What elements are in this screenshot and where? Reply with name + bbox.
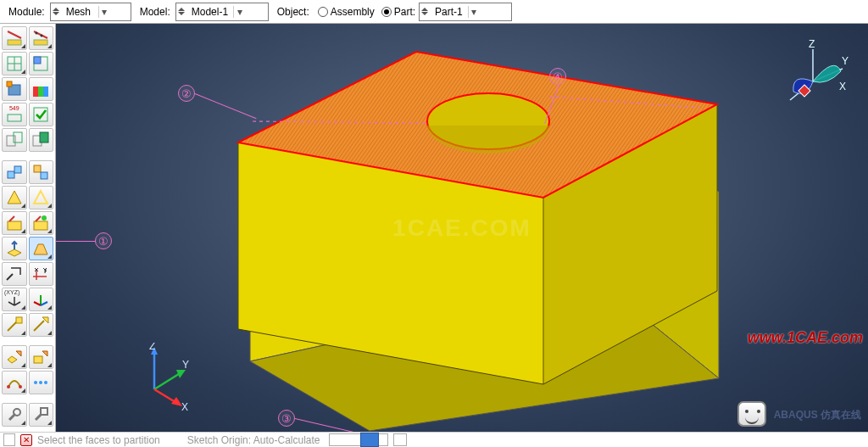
prompt-stepper[interactable]	[393, 433, 407, 446]
radio-part-label: Part:	[394, 6, 415, 18]
mesh-group-a-icon[interactable]	[2, 128, 27, 152]
partition-cell-icon[interactable]	[2, 160, 27, 184]
view-orientation-triad[interactable]: Z Y X	[775, 39, 851, 115]
svg-rect-15	[43, 87, 48, 97]
radio-assembly-label: Assembly	[331, 6, 375, 18]
mesh-region-icon[interactable]	[29, 52, 54, 75]
svg-text:Z: Z	[809, 39, 815, 50]
svg-rect-17	[34, 108, 47, 121]
coord-sys-b-icon[interactable]	[29, 288, 54, 311]
svg-text:Z: Z	[149, 343, 155, 352]
model-value: Model-1	[188, 6, 231, 18]
module-dropdown-icon[interactable]: ▾	[98, 6, 110, 18]
seed-edges-icon[interactable]	[29, 26, 54, 50]
watermark-brand: ABAQUS 仿真在线	[737, 401, 861, 427]
svg-line-1	[8, 31, 21, 38]
radio-circle-icon	[381, 7, 392, 17]
svg-rect-22	[8, 171, 14, 178]
assign-stack-icon[interactable]	[2, 237, 27, 260]
svg-rect-26	[8, 221, 21, 230]
radio-assembly[interactable]: Assembly	[314, 6, 375, 18]
verify-mesh-green-icon[interactable]	[29, 103, 54, 126]
svg-rect-0	[8, 40, 21, 45]
object-label: Object:	[272, 6, 311, 18]
watermark-url: www.1CAE.com	[748, 329, 863, 347]
dotted-blue-icon[interactable]	[29, 371, 54, 394]
svg-rect-16	[8, 115, 21, 121]
module-spinner[interactable]	[53, 8, 61, 15]
svg-rect-2	[34, 40, 47, 45]
svg-rect-14	[38, 87, 43, 97]
annotation-1: ①	[95, 232, 112, 249]
part-value: Part-1	[431, 6, 466, 18]
annotation-3: ③	[278, 410, 295, 427]
prompt-check[interactable]	[3, 433, 15, 446]
mesh-part-icon[interactable]	[2, 52, 27, 75]
svg-rect-37	[41, 408, 47, 415]
mesh-controls-colored-icon[interactable]	[29, 77, 54, 101]
coord-sys-axes-icon[interactable]: (XYZ)	[2, 288, 27, 311]
svg-point-34	[39, 381, 42, 384]
module-label: Module:	[3, 6, 47, 18]
datum-b-icon[interactable]	[29, 313, 54, 337]
part-spinner[interactable]	[421, 8, 430, 15]
svg-point-33	[34, 381, 37, 384]
svg-rect-10	[34, 57, 41, 64]
svg-point-5	[41, 35, 43, 37]
seed-part-icon[interactable]	[2, 26, 27, 50]
mesh-group-b-icon[interactable]	[29, 128, 54, 152]
watermark-center: 1CAE.COM	[392, 215, 531, 242]
svg-point-36	[14, 409, 20, 416]
svg-rect-27	[34, 221, 47, 230]
model-dropdown-icon[interactable]: ▾	[233, 6, 245, 18]
mesh-549-icon[interactable]: 549	[2, 103, 27, 126]
virtual-topology-icon[interactable]	[29, 237, 54, 260]
model-spinner[interactable]	[178, 8, 186, 15]
annotation-2: ②	[178, 85, 195, 102]
partition-edge-b-icon[interactable]	[29, 186, 54, 210]
prompt-text-left: Select the faces to partition	[37, 434, 160, 446]
radio-part[interactable]: Part:	[378, 6, 415, 18]
tool-b-icon[interactable]	[29, 403, 54, 427]
model-combo[interactable]: Model-1 ▾	[175, 3, 269, 21]
viewport-3d[interactable]: ① ② ③ ④ 1CAE.COM Z Y X Z Y X www.1CAE.co…	[56, 24, 868, 432]
svg-line-71	[154, 372, 181, 389]
svg-text:Y: Y	[842, 55, 849, 67]
partition-face-icon[interactable]	[29, 160, 54, 184]
query-icon[interactable]	[2, 262, 27, 286]
svg-rect-25	[41, 172, 47, 179]
curve-icon[interactable]	[2, 371, 27, 394]
svg-text:X: X	[839, 81, 846, 92]
partition-edge-a-icon[interactable]	[2, 186, 27, 210]
view-triad: Z Y X	[129, 343, 197, 411]
wechat-icon	[737, 401, 766, 427]
svg-rect-21	[40, 132, 48, 142]
svg-rect-12	[7, 81, 12, 87]
xy-icon[interactable]	[29, 262, 54, 286]
context-bar: Module: Mesh ▾ Model: Model-1 ▾ Object: …	[0, 0, 868, 24]
module-combo[interactable]: Mesh ▾	[50, 3, 131, 21]
assign-mesh-b-icon[interactable]	[29, 211, 54, 235]
prompt-field[interactable]	[329, 433, 388, 446]
tool-a-icon[interactable]	[2, 403, 27, 427]
swept-a-icon[interactable]	[2, 345, 27, 369]
svg-rect-13	[33, 87, 38, 97]
prompt-bar: ✕ Select the faces to partition Sketch O…	[0, 432, 868, 447]
svg-rect-30	[34, 356, 42, 363]
svg-rect-24	[34, 165, 41, 172]
part-combo[interactable]: Part-1 ▾	[419, 3, 512, 21]
svg-point-4	[36, 32, 38, 35]
svg-rect-29	[16, 317, 22, 323]
part-dropdown-icon[interactable]: ▾	[468, 6, 480, 18]
prompt-selected-button[interactable]	[360, 433, 379, 447]
swept-b-icon[interactable]	[29, 345, 54, 369]
cancel-procedure-icon[interactable]: ✕	[20, 434, 32, 446]
annotation-4: ④	[549, 68, 566, 85]
svg-text:Y: Y	[182, 359, 189, 371]
datum-a-icon[interactable]	[2, 313, 27, 337]
svg-point-31	[7, 385, 10, 388]
element-type-icon[interactable]	[2, 77, 27, 101]
assign-mesh-a-icon[interactable]	[2, 211, 27, 235]
module-value: Mesh	[63, 6, 97, 18]
svg-rect-23	[14, 166, 21, 173]
